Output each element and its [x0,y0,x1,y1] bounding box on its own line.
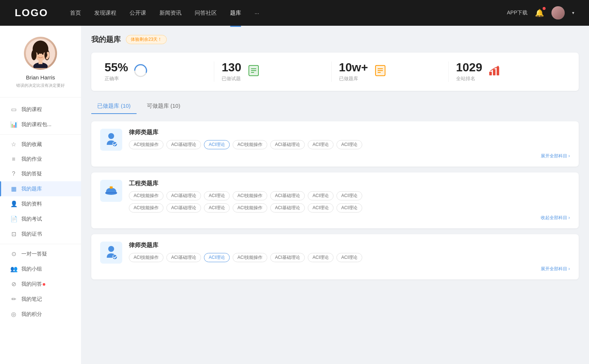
avatar[interactable] [551,6,565,19]
sidebar-item-homework[interactable]: ≡ 我的作业 [0,152,81,167]
sidebar-avatar [24,37,57,70]
navbar: LOGO 首页 发现课程 公开课 新闻资讯 问答社区 题库 ··· APP下载 … [0,0,589,26]
bank-name: 律师类题库 [129,242,570,249]
tag[interactable]: ACI技能操作 [129,191,163,200]
group-icon: 👥 [10,265,17,272]
tag[interactable]: ACI理论 [336,253,362,262]
tag[interactable]: ACI技能操作 [233,140,267,149]
cert-icon: ⊡ [10,231,17,238]
tag[interactable]: ACI技能操作 [129,253,163,262]
bank-info: 工程类题库 ACI技能操作 ACI基础理论 ACI理论 ACI技能操作 ACI基… [129,180,570,213]
svg-point-34 [108,246,114,252]
question-badge [43,283,45,286]
expand-btn[interactable]: 展开全部科目 › [541,153,570,159]
svg-point-5 [31,50,36,60]
tag[interactable]: ACI理论 [336,203,362,213]
tag[interactable]: ACI理论 [308,140,334,149]
sidebar-item-label: 我的考试 [21,216,42,222]
svg-point-9 [38,53,39,54]
tag[interactable]: ACI理论 [308,253,334,262]
bank-tags: ACI技能操作 ACI基础理论 ACI理论 ACI技能操作 ACI基础理论 AC… [129,253,570,262]
stat-done: 130 已做试题 [214,61,331,82]
tag[interactable]: ACI理论 [308,191,334,200]
bank-info: 律师类题库 ACI技能操作 ACI基础理论 ACI理论 ACI技能操作 ACI基… [129,242,570,262]
sidebar-item-questions[interactable]: ⊘ 我的问答 [0,276,81,292]
bank-card-footer: 展开全部科目 › [100,153,570,159]
tag[interactable]: ACI基础理论 [270,203,305,213]
sidebar-item-exam[interactable]: 📄 我的考试 [0,211,81,226]
svg-rect-32 [110,186,113,189]
sidebar-item-points[interactable]: ◎ 我的积分 [0,307,81,322]
tag[interactable]: ACI基础理论 [270,140,305,149]
app-download-btn[interactable]: APP下载 [507,10,528,16]
bank-icon: ▦ [10,185,17,192]
exam-icon: 📄 [10,215,17,222]
nav-news[interactable]: 新闻资讯 [159,8,181,18]
tag[interactable]: ACI技能操作 [129,140,163,149]
sidebar-item-label: 我的收藏 [21,141,42,148]
nav-discover[interactable]: 发现课程 [94,8,116,18]
chevron-down-icon[interactable]: ▾ [572,10,574,15]
star-icon: ☆ [10,141,17,148]
svg-rect-23 [489,72,492,75]
questions-icon: ⊘ [10,281,17,288]
stat-value: 10w+ [339,61,368,73]
collapse-btn[interactable]: 收起全部科目 › [541,215,570,221]
tag[interactable]: ACI基础理论 [166,253,201,262]
tag[interactable]: ACI基础理论 [166,191,201,200]
tab-available-bank[interactable]: 可做题库 (10) [141,100,186,114]
sidebar-item-course[interactable]: ▭ 我的课程 [0,102,81,117]
tag[interactable]: ACI理论 [336,191,362,200]
stat-label: 已做试题 [222,75,241,82]
nav-home[interactable]: 首页 [70,8,81,18]
nav-bank[interactable]: 题库 [230,8,241,18]
logo[interactable]: LOGO [15,7,48,19]
sidebar-item-cert[interactable]: ⊡ 我的证书 [0,226,81,242]
stat-value: 130 [222,61,241,73]
tag[interactable]: ACI基础理论 [270,191,305,200]
points-icon: ◎ [10,311,17,318]
tag[interactable]: ACI理论 [336,140,362,149]
tag[interactable]: ACI理论 [308,203,334,213]
tag[interactable]: ACI技能操作 [233,253,267,262]
tag[interactable]: ACI理论 [204,191,230,200]
sidebar-item-course-pkg[interactable]: 📊 我的课程包... [0,117,81,132]
main-content: 我的题库 体验剩余23天！ 55% 正确率 130 [81,26,589,364]
tag-active[interactable]: ACI理论 [204,140,230,149]
svg-rect-24 [493,69,495,75]
tag[interactable]: ACI基础理论 [166,203,201,213]
expand-btn-2[interactable]: 展开全部科目 › [541,266,570,272]
homework-icon: ≡ [10,156,17,163]
sidebar-item-favorites[interactable]: ☆ 我的收藏 [0,137,81,152]
tag-active[interactable]: ACI理论 [204,253,230,262]
nav-more[interactable]: ··· [254,8,259,18]
bank-name: 工程类题库 [129,180,570,188]
tag[interactable]: ACI理论 [204,203,230,213]
accuracy-icon [134,64,147,80]
sidebar-item-group[interactable]: 👥 我的小组 [0,261,81,276]
notification-bell[interactable]: 🔔 [535,8,544,17]
sidebar-item-qa[interactable]: ? 我的答疑 [0,167,81,181]
bank-card-lawyer-1: 律师类题库 ACI技能操作 ACI基础理论 ACI理论 ACI技能操作 ACI基… [91,121,579,167]
sidebar-item-label: 一对一答疑 [21,251,47,257]
svg-rect-33 [105,192,117,193]
nav-open[interactable]: 公开课 [130,8,146,18]
tutoring-icon: ⊙ [10,250,17,257]
sidebar-item-tutoring[interactable]: ⊙ 一对一答疑 [0,246,81,261]
rank-icon [488,64,501,79]
nav-qa[interactable]: 问答社区 [195,8,217,18]
tag[interactable]: ACI技能操作 [129,203,163,213]
stat-rank: 1029 全站排名 [449,61,565,82]
tag[interactable]: ACI技能操作 [233,203,267,213]
svg-rect-25 [497,67,499,75]
trial-badge[interactable]: 体验剩余23天！ [126,35,167,44]
sidebar-item-notes[interactable]: ✏ 我的笔记 [0,292,81,307]
tag[interactable]: ACI基础理论 [166,140,201,149]
sidebar-item-bank[interactable]: ▦ 我的题库 [0,181,81,196]
bank-card-header: 律师类题库 ACI技能操作 ACI基础理论 ACI理论 ACI技能操作 ACI基… [100,242,570,264]
tab-done-bank[interactable]: 已做题库 (10) [91,100,137,114]
user-motto: 错误的决定比没有决定要好 [16,83,65,88]
tag[interactable]: ACI基础理论 [270,253,305,262]
tag[interactable]: ACI技能操作 [233,191,267,200]
sidebar-item-profile[interactable]: 👤 我的资料 [0,196,81,211]
